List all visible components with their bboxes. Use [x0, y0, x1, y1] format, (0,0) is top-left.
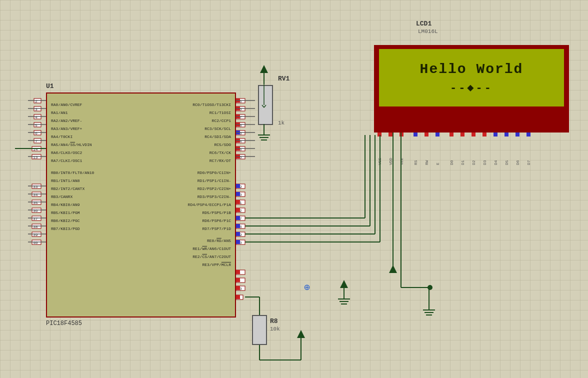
pot-body	[258, 85, 273, 125]
svg-text:27: 27	[237, 216, 242, 221]
svg-text:9: 9	[238, 278, 240, 283]
lcd-pin-stub-14	[526, 132, 530, 136]
svg-rect-80	[236, 184, 245, 188]
lcd-pin-1: VSS	[374, 132, 385, 165]
svg-rect-86	[236, 200, 245, 204]
lcd-pin-num-9: D2	[472, 138, 476, 165]
svg-text:39: 39	[33, 232, 38, 237]
svg-text:22: 22	[237, 208, 242, 213]
svg-rect-83	[236, 192, 245, 196]
svg-text:34: 34	[33, 192, 38, 197]
svg-rect-104	[236, 270, 245, 274]
pot-label: RV1	[278, 75, 290, 82]
svg-rect-107	[236, 278, 245, 282]
svg-text:33: 33	[33, 184, 38, 189]
svg-text:10: 10	[237, 286, 242, 291]
svg-rect-106	[236, 270, 240, 274]
lcd-pin-num-13: D6	[516, 138, 520, 165]
svg-rect-56	[236, 114, 245, 119]
pot-value: 1k	[278, 120, 284, 126]
svg-rect-33	[32, 208, 41, 212]
svg-rect-78	[236, 154, 240, 158]
lcd-pin-12: D5	[501, 132, 512, 165]
chip-pin-labels-left: RA0/AN0/CVREF RA1/AN1 RA2/AN2/VREF- RA3/…	[51, 101, 94, 233]
svg-rect-113	[236, 295, 243, 300]
svg-text:21: 21	[237, 200, 242, 205]
svg-text:36: 36	[33, 208, 38, 213]
svg-rect-62	[236, 122, 240, 126]
svg-text:18: 18	[237, 123, 242, 128]
svg-rect-94	[236, 216, 240, 220]
svg-rect-6	[34, 114, 41, 119]
svg-rect-68	[236, 138, 245, 143]
chip-pin-labels-right: RC0/T1OSO/T13CKI RC1/T1OSI RC2/CCP1 RC3/…	[188, 101, 231, 269]
lcd-pin-stub-8	[460, 132, 464, 136]
lcd-pin-stub-10	[482, 132, 486, 136]
svg-rect-91	[236, 208, 240, 212]
svg-text:40: 40	[33, 240, 38, 245]
svg-rect-88	[236, 200, 240, 204]
svg-text:38: 38	[33, 224, 38, 229]
svg-text:13: 13	[33, 155, 38, 160]
lcd-pin-11: D4	[490, 132, 501, 165]
lcd-pin-stub-9	[472, 132, 476, 136]
svg-rect-42	[32, 232, 41, 236]
chip-label: U1	[46, 82, 54, 90]
lcd-pin-stub-6	[436, 132, 440, 136]
svg-rect-50	[236, 98, 240, 102]
svg-rect-110	[236, 286, 245, 290]
svg-rect-98	[236, 232, 245, 236]
svg-text:26: 26	[237, 155, 242, 160]
resistor-label: R8	[270, 318, 278, 325]
crosshair-symbol: ⊕	[304, 281, 310, 294]
svg-rect-54	[236, 106, 240, 110]
svg-text:5: 5	[35, 123, 38, 128]
lcd-pin-6: E	[432, 132, 443, 165]
svg-rect-101	[236, 240, 245, 244]
svg-rect-0	[34, 98, 41, 103]
svg-rect-95	[236, 224, 245, 228]
svg-rect-76	[236, 154, 245, 159]
lcd-pin-2: VDD	[385, 132, 396, 165]
svg-text:28: 28	[237, 224, 242, 229]
svg-rect-109	[236, 278, 240, 282]
lcd-pin-num-3: VEE	[400, 138, 404, 165]
lcd-pin-num-8: D1	[460, 138, 465, 165]
lcd-pin-10: D3	[479, 132, 490, 165]
svg-rect-52	[236, 106, 245, 111]
lcd-pin-num-14: D7	[526, 138, 531, 165]
svg-marker-122	[297, 330, 305, 338]
lcd-pin-7: D0	[446, 132, 457, 165]
lcd-pin-num-4: RS	[414, 138, 418, 165]
lcd-pin-area: VSS VDD VEE RS RW E D0 D1 D2 D3 D4	[374, 132, 534, 165]
svg-text:37: 37	[33, 216, 38, 221]
svg-text:24: 24	[237, 139, 242, 144]
lcd-pin-num-6: E	[436, 138, 440, 165]
lcd-pin-num-5: RW	[424, 138, 429, 165]
lcd-pin-stub-2	[388, 132, 392, 136]
lcd-pin-stub-5	[424, 132, 428, 136]
lcd-pin-num-1: VSS	[378, 138, 382, 165]
svg-text:25: 25	[237, 147, 242, 152]
svg-text:8: 8	[238, 270, 240, 275]
svg-rect-74	[236, 146, 240, 150]
resistor-value: 10k	[270, 326, 280, 332]
svg-text:17: 17	[237, 115, 242, 120]
svg-text:2: 2	[35, 99, 38, 104]
lcd-label: LCD1	[416, 20, 432, 28]
svg-rect-27	[32, 192, 41, 196]
svg-text:35: 35	[33, 200, 38, 205]
svg-text:29: 29	[237, 232, 242, 237]
svg-text:6: 6	[35, 131, 38, 136]
lcd-sublabel: LM016L	[418, 28, 438, 34]
svg-rect-45	[32, 240, 41, 244]
svg-text:30: 30	[237, 240, 242, 245]
svg-rect-60	[236, 122, 245, 127]
lcd-line1: Hello World	[420, 62, 524, 77]
svg-marker-124	[340, 280, 348, 288]
lcd-pin-13: D6	[512, 132, 523, 165]
svg-rect-18	[32, 146, 41, 151]
svg-rect-15	[34, 138, 41, 143]
svg-marker-116	[260, 65, 268, 73]
resistor-body	[252, 315, 267, 345]
